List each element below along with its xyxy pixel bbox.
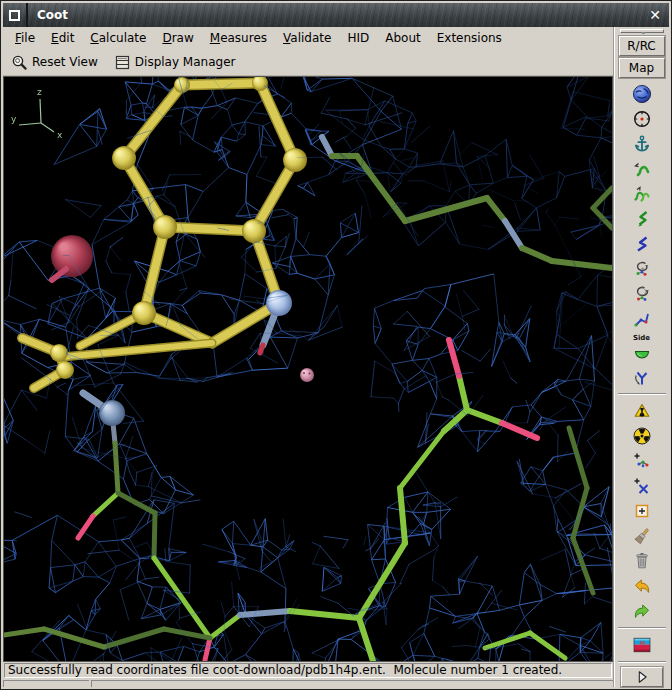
- play-icon: [633, 668, 651, 686]
- pep-flip-icon: [632, 209, 652, 229]
- toolbar-separator: [618, 627, 666, 629]
- close-button[interactable]: ✕: [641, 3, 669, 27]
- refine-flag-icon: [632, 635, 652, 655]
- place-atom-icon: [632, 501, 652, 521]
- menu-calculate[interactable]: Calculate: [82, 29, 154, 47]
- menu-extensions[interactable]: Extensions: [429, 29, 510, 47]
- statusbar-grip-right: [91, 680, 613, 687]
- display-manager-icon: [114, 54, 131, 71]
- reset-view-label: Reset View: [32, 55, 98, 69]
- sidebar-tool-pep-flip[interactable]: [631, 208, 653, 230]
- statusbar: Successfully read coordinates file coot-…: [3, 662, 613, 679]
- sidebar-tool-radiation[interactable]: [631, 425, 653, 447]
- right-toolbar: R/RC Map Side: [613, 27, 669, 687]
- sidebar-tool-recenter-target[interactable]: [631, 108, 653, 130]
- modelling-tool-list: Side: [614, 83, 669, 665]
- menu-edit[interactable]: Edit: [43, 29, 82, 47]
- radiation-icon: [632, 426, 652, 446]
- molecular-scene-canvas[interactable]: [4, 77, 612, 661]
- sidebar-tool-clear-brush[interactable]: [631, 525, 653, 547]
- sidebar-tool-side-chain-flip[interactable]: Side: [631, 333, 653, 363]
- flip-residue-icon: [632, 367, 652, 387]
- redo-icon: [632, 601, 652, 621]
- sidebar-tool-redo[interactable]: [631, 600, 653, 622]
- sidebar-tool-auto-fit-rotamer[interactable]: [631, 258, 653, 280]
- toolbar-separator: [618, 393, 666, 395]
- window-icon: [9, 10, 20, 21]
- menu-measures[interactable]: Measures: [202, 29, 275, 47]
- sidebar-tool-add-alt-conf[interactable]: [631, 475, 653, 497]
- refine-zone-icon: [632, 159, 652, 179]
- titlebar[interactable]: Coot ✕: [3, 3, 669, 27]
- sidebar-tool-refine-flag[interactable]: [631, 634, 653, 656]
- density-sphere-icon: [632, 84, 652, 104]
- rotamer-select-icon: [632, 284, 652, 304]
- toolbar-separator: [618, 661, 666, 663]
- side-chain-flip-icon: [632, 342, 652, 362]
- toolbar-collapse-handle[interactable]: [620, 29, 664, 33]
- window-bottom-frame: [3, 679, 613, 687]
- add-alt-conf-icon: [632, 476, 652, 496]
- statusbar-grip-left: [3, 680, 89, 687]
- gl-viewport[interactable]: [3, 76, 613, 662]
- sidebar-tool-rotate-translate[interactable]: [631, 233, 653, 255]
- rrc-button[interactable]: R/RC: [619, 36, 665, 56]
- sidebar-tool-mutate-residue[interactable]: [631, 400, 653, 422]
- sidebar-tool-flip-residue[interactable]: [631, 366, 653, 388]
- menu-validate[interactable]: Validate: [275, 29, 339, 47]
- sidebar-tool-undo[interactable]: [631, 575, 653, 597]
- clear-brush-icon: [632, 526, 652, 546]
- sidebar-tool-refine-zone[interactable]: [631, 158, 653, 180]
- sidebar-tool-rotamer-select[interactable]: [631, 283, 653, 305]
- menu-file[interactable]: File: [7, 29, 43, 47]
- status-message: Successfully read coordinates file coot-…: [4, 663, 612, 678]
- torsion-edit-icon: [632, 309, 652, 329]
- window-title: Coot: [28, 3, 68, 27]
- sidebar-tool-add-terminal-residue[interactable]: [631, 450, 653, 472]
- play-arrow-button[interactable]: [621, 667, 663, 687]
- menu-hid[interactable]: HID: [339, 29, 377, 47]
- sidebar-tool-torsion-edit[interactable]: [631, 308, 653, 330]
- mutate-residue-icon: [632, 401, 652, 421]
- sidebar-tool-anchor[interactable]: [631, 133, 653, 155]
- window-menu-button[interactable]: [3, 3, 28, 27]
- sidebar-tool-density-sphere[interactable]: [631, 83, 653, 105]
- sidebar-tool-place-atom[interactable]: [631, 500, 653, 522]
- sidebar-tool-delete-trash[interactable]: [631, 550, 653, 572]
- auto-fit-rotamer-icon: [632, 259, 652, 279]
- add-terminal-residue-icon: [632, 451, 652, 471]
- coot-window: Coot ✕ FileEditCalculateDrawMeasuresVali…: [0, 0, 672, 690]
- magnifier-icon: [11, 54, 28, 71]
- menu-about[interactable]: About: [377, 29, 428, 47]
- toolbar: Reset View Display Manager: [3, 49, 613, 76]
- menubar: FileEditCalculateDrawMeasuresValidateHID…: [3, 27, 613, 49]
- display-manager-button[interactable]: Display Manager: [111, 52, 239, 73]
- regularize-zone-icon: [632, 184, 652, 204]
- delete-trash-icon: [632, 551, 652, 571]
- map-button[interactable]: Map: [619, 58, 665, 78]
- sidebar-tool-regularize-zone[interactable]: [631, 183, 653, 205]
- recenter-target-icon: [632, 109, 652, 129]
- rotate-translate-icon: [632, 234, 652, 254]
- reset-view-button[interactable]: Reset View: [8, 52, 101, 73]
- menu-draw[interactable]: Draw: [154, 29, 201, 47]
- display-manager-label: Display Manager: [135, 55, 236, 69]
- anchor-icon: [632, 134, 652, 154]
- side-chain-label: Side: [633, 335, 650, 342]
- undo-icon: [632, 576, 652, 596]
